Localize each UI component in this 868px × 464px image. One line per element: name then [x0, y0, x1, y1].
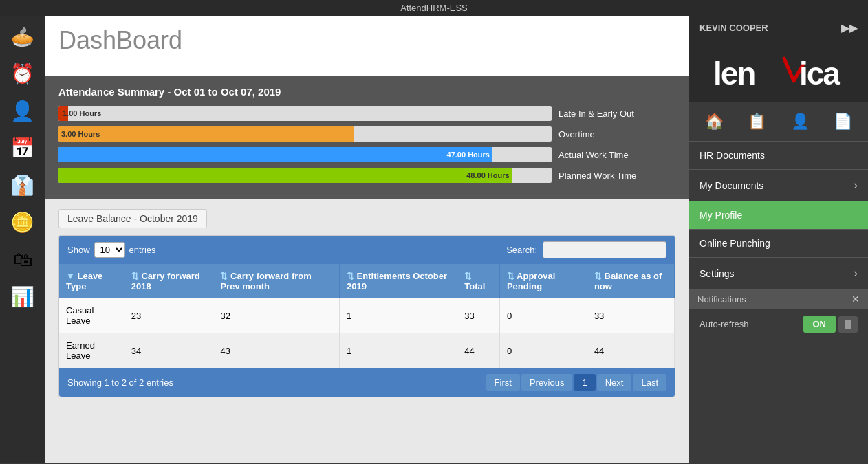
- menu-item-my-profile[interactable]: My Profile: [689, 201, 868, 230]
- user-header: KEVIN COOPER ▶▶: [689, 16, 868, 40]
- sort-indicator-2: ⇅: [131, 271, 142, 281]
- menu-item-my-documents[interactable]: My Documents ›: [689, 170, 868, 201]
- progress-bar-overtime: 3.00 Hours: [58, 126, 354, 142]
- last-page-button[interactable]: Last: [633, 374, 666, 391]
- previous-page-button[interactable]: Previous: [521, 374, 573, 391]
- cell-leave-type-2: Earned Leave: [59, 333, 124, 368]
- page-title: DashBoard: [58, 26, 675, 55]
- progress-bar-late-container: 1.00 Hours: [58, 106, 552, 121]
- sidebar-icon-shopping[interactable]: 🛍: [6, 242, 40, 276]
- menu-item-hr-documents-label: HR Documents: [699, 150, 765, 161]
- cell-total-2: 44: [457, 333, 500, 368]
- progress-bar-actual-container: 47.00 Hours: [58, 147, 552, 162]
- right-sidebar: KEVIN COOPER ▶▶ len ica 🏠 📋 👤 📄 HR Docum…: [689, 16, 868, 463]
- cell-carry-prev-1: 32: [213, 298, 340, 333]
- table-header-row: ▼ Leave Type ⇅ Carry forward 2018 ⇅ Carr…: [59, 264, 675, 298]
- showing-info: Showing 1 to 2 of 2 entries: [67, 377, 173, 388]
- notifications-label: Notifications: [697, 294, 746, 305]
- pagination: First Previous 1 Next Last: [486, 374, 666, 391]
- menu-item-settings[interactable]: Settings ›: [689, 258, 868, 289]
- progress-row-late: 1.00 Hours Late In & Early Out: [58, 106, 675, 121]
- search-input[interactable]: [543, 241, 666, 258]
- leave-balance-title: Leave Balance - October 2019: [58, 209, 207, 228]
- progress-bar-overtime-label: 3.00 Hours: [61, 130, 100, 138]
- expand-button[interactable]: ▶▶: [841, 21, 858, 34]
- col-carry-2018[interactable]: ⇅ Carry forward 2018: [124, 264, 213, 298]
- nav-calendar-icon[interactable]: 📋: [741, 109, 773, 134]
- auto-refresh-row: Auto-refresh ON: [689, 309, 868, 340]
- toggle-handle-bar: [845, 320, 851, 329]
- notifications-header: Notifications ✕: [689, 289, 868, 309]
- col-carry-prev[interactable]: ⇅ Carry forward from Prev month: [213, 264, 340, 298]
- progress-row-actual: 47.00 Hours Actual Work Time: [58, 147, 675, 162]
- sidebar-icon-user[interactable]: 👤: [6, 93, 40, 128]
- nav-home-icon[interactable]: 🏠: [698, 109, 730, 134]
- next-page-button[interactable]: Next: [597, 374, 632, 391]
- cell-carry-prev-2: 43: [213, 333, 340, 368]
- cell-leave-type-1: Casual Leave: [59, 298, 124, 333]
- sidebar-icon-coins[interactable]: 🪙: [6, 205, 40, 239]
- sidebar-icon-chart[interactable]: 📊: [6, 279, 40, 313]
- col-entitlements[interactable]: ⇅ Entitlements October 2019: [339, 264, 457, 298]
- toggle-area: ON: [803, 316, 858, 333]
- chevron-right-settings-icon: ›: [854, 266, 858, 280]
- progress-bar-overtime-container: 3.00 Hours: [58, 126, 552, 142]
- table-controls: Show 10 25 50 entries Search:: [59, 236, 675, 264]
- menu-item-hr-documents[interactable]: HR Documents: [689, 142, 868, 170]
- progress-bar-late: 1.00 Hours: [58, 106, 68, 121]
- cell-carry2018-1: 23: [124, 298, 213, 333]
- entries-select[interactable]: 10 25 50: [94, 242, 125, 258]
- sidebar-icon-clock[interactable]: ⏰: [6, 56, 40, 91]
- leave-section: Leave Balance - October 2019 Show 10 25 …: [45, 199, 689, 408]
- col-leave-type[interactable]: ▼ Leave Type: [59, 264, 124, 298]
- progress-label-late: Late In & Early Out: [558, 109, 675, 119]
- leave-table-wrapper: Show 10 25 50 entries Search:: [58, 235, 675, 397]
- search-label: Search:: [506, 245, 537, 255]
- attendance-section: Attendance Summary - Oct 01 to Oct 07, 2…: [45, 76, 689, 199]
- progress-bar-planned-container: 48.00 Hours: [58, 168, 552, 183]
- auto-refresh-toggle[interactable]: ON: [803, 316, 836, 333]
- chevron-right-icon: ›: [854, 178, 858, 192]
- first-page-button[interactable]: First: [486, 374, 520, 391]
- current-page-button[interactable]: 1: [574, 374, 595, 391]
- sort-indicator-4: ⇅: [347, 271, 357, 281]
- nav-person-icon[interactable]: 👤: [784, 109, 816, 134]
- col-approval[interactable]: ⇅ Approval Pending: [499, 264, 587, 298]
- user-name: KEVIN COOPER: [699, 23, 768, 33]
- progress-bar-actual-label: 47.00 Hours: [447, 151, 490, 159]
- cell-balance-1: 33: [587, 298, 674, 333]
- table-footer: Showing 1 to 2 of 2 entries First Previo…: [59, 368, 675, 397]
- sidebar-icon-calendar[interactable]: 📅: [6, 131, 40, 165]
- notifications-close-icon[interactable]: ✕: [851, 294, 860, 305]
- cell-approval-2: 0: [499, 333, 587, 368]
- menu-item-online-punching[interactable]: Online Punching: [689, 230, 868, 258]
- sort-indicator: ▼: [66, 271, 77, 281]
- sidebar-icon-business[interactable]: 👔: [6, 168, 40, 202]
- lenvica-logo: len ica: [710, 50, 847, 91]
- nav-copy-icon[interactable]: 📄: [827, 109, 859, 134]
- cell-approval-1: 0: [499, 298, 587, 333]
- main-content: DashBoard Attendance Summary - Oct 01 to…: [45, 16, 689, 463]
- toggle-handle[interactable]: [838, 316, 858, 333]
- auto-refresh-label: Auto-refresh: [699, 319, 749, 329]
- progress-row-planned: 48.00 Hours Planned Work Time: [58, 168, 675, 183]
- table-row: Casual Leave 23 32 1 33 0 33: [59, 298, 675, 333]
- progress-label-planned: Planned Work Time: [558, 170, 675, 181]
- svg-text:ica: ica: [799, 56, 840, 91]
- title-bar: AttendHRM-ESS: [0, 0, 868, 16]
- left-sidebar: 🥧 ⏰ 👤 📅 👔 🪙 🛍 📊: [0, 16, 45, 463]
- progress-bar-actual: 47.00 Hours: [58, 147, 492, 162]
- cell-carry2018-2: 34: [124, 333, 213, 368]
- dashboard-header: DashBoard: [45, 16, 689, 76]
- cell-entitlements-2: 1: [339, 333, 457, 368]
- sidebar-icon-pie[interactable]: 🥧: [6, 19, 40, 54]
- app-title: AttendHRM-ESS: [400, 3, 468, 13]
- entries-label: entries: [129, 245, 156, 255]
- nav-icons-row: 🏠 📋 👤 📄: [689, 102, 868, 142]
- progress-bar-planned: 48.00 Hours: [58, 168, 512, 183]
- show-label: Show: [67, 245, 90, 255]
- col-balance-now[interactable]: ⇅ Balance as of now: [587, 264, 674, 298]
- menu-item-settings-label: Settings: [699, 268, 735, 279]
- sort-indicator-5: ⇅: [464, 271, 472, 281]
- col-total[interactable]: ⇅ Total: [457, 264, 500, 298]
